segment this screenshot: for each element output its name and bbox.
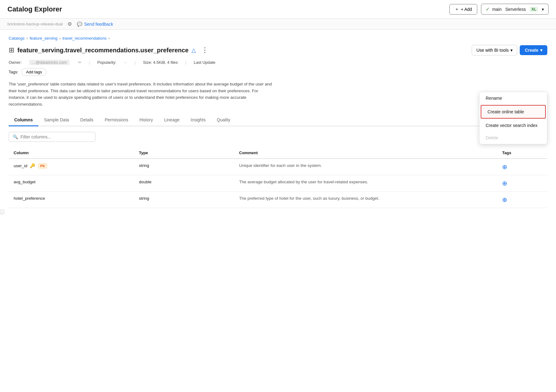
cell-type-hotel-preference: string — [134, 192, 234, 208]
create-button[interactable]: Create ▾ — [520, 45, 547, 55]
cluster-size-badge: XL — [530, 7, 538, 12]
bi-tools-label: Use with BI tools — [476, 48, 509, 53]
chevron-down-icon: ▾ — [510, 48, 513, 53]
add-button[interactable]: ＋ + Add — [449, 4, 477, 15]
cell-column-hotel-preference: hotel_preference — [9, 192, 134, 208]
metadata-row: Owner: …@databricks.com ✏ | Popularity: … — [9, 60, 547, 65]
tab-columns[interactable]: Columns — [9, 114, 38, 126]
tab-insights[interactable]: Insights — [185, 114, 211, 126]
table-header-row: ⊞ feature_serving.travel_recommendations… — [9, 45, 547, 55]
breadcrumb: Catalogs › feature_serving › travel_reco… — [9, 36, 547, 41]
pk-badge: PK — [38, 163, 47, 168]
dropdown-item-create-online-table[interactable]: Create online table — [481, 105, 546, 119]
dropdown-item-delete: Delete — [479, 132, 547, 144]
cell-comment-avg-budget: The average budget allocated by the user… — [234, 175, 497, 192]
dropdown-item-rename[interactable]: Rename — [479, 92, 547, 104]
delta-icon: △ — [192, 47, 196, 54]
table-name: feature_serving.travel_recommendations.u… — [17, 47, 188, 54]
breadcrumb-sep-1: › — [26, 36, 28, 41]
cell-tags-avg-budget: ⊕ — [497, 175, 547, 192]
table-title-row: ⊞ feature_serving.travel_recommendations… — [9, 46, 211, 55]
owner-label: Owner: — [9, 60, 22, 65]
plus-icon: ＋ — [455, 7, 459, 12]
columns-table: Column Type Comment Tags user_id 🔑 PK st… — [9, 147, 547, 208]
popularity-value: ··· — [124, 60, 127, 65]
table-grid-icon: ⊞ — [9, 46, 14, 54]
header-actions: Use with BI tools ▾ Create ▾ — [472, 45, 547, 55]
breadcrumb-travel-recommendations[interactable]: travel_recommendations — [63, 36, 107, 41]
add-tag-icon-user-id[interactable]: ⊕ — [502, 163, 507, 170]
gear-icon[interactable]: ⚙ — [68, 21, 72, 27]
cluster-check-icon: ✓ — [486, 6, 490, 12]
cell-column-avg-budget: avg_budget — [9, 175, 134, 192]
size-info: Size: 4.5KiB, 4 files — [143, 60, 178, 65]
cell-column-user-id: user_id 🔑 PK — [9, 159, 134, 175]
breadcrumb-feature-serving[interactable]: feature_serving — [30, 36, 58, 41]
cluster-selector[interactable]: ✓ main Serverless XL ▾ — [481, 4, 549, 15]
cell-comment-user-id: Unique identifier for each user in the s… — [234, 159, 497, 175]
header-right: ＋ + Add ✓ main Serverless XL ▾ — [449, 4, 549, 15]
column-name-user-id: user_id — [14, 163, 27, 168]
main-content: Catalogs › feature_serving › travel_reco… — [0, 30, 556, 214]
owner-value: …@databricks.com — [29, 60, 69, 65]
popularity-label: Popularity: — [97, 60, 116, 65]
breadcrumb-sep-3: › — [108, 36, 110, 41]
dropdown-item-create-vector-search[interactable]: Create vector search index — [479, 119, 547, 132]
columns-table-body: user_id 🔑 PK string Unique identifier fo… — [9, 159, 547, 208]
sub-header: brickstore-backup-release-dual ⚙ 💬 Send … — [0, 19, 556, 30]
tab-quality[interactable]: Quality — [211, 114, 236, 126]
breadcrumb-catalogs[interactable]: Catalogs — [9, 36, 24, 41]
table-row: user_id 🔑 PK string Unique identifier fo… — [9, 159, 547, 175]
cell-tags-hotel-preference: ⊕ — [497, 192, 547, 208]
tab-details[interactable]: Details — [75, 114, 99, 126]
filter-columns-input[interactable] — [20, 134, 91, 139]
cell-type-avg-budget: double — [134, 175, 234, 192]
column-header-tags: Tags — [497, 147, 547, 159]
cell-tags-user-id: ⊕ — [497, 159, 547, 175]
tabs-row: Columns Sample Data Details Permissions … — [9, 114, 547, 126]
tab-permissions[interactable]: Permissions — [99, 114, 134, 126]
column-header-comment: Comment — [234, 147, 497, 159]
table-row: avg_budget double The average budget all… — [9, 175, 547, 192]
table-row: hotel_preference string The preferred ty… — [9, 192, 547, 208]
key-icon: 🔑 — [30, 163, 35, 168]
dropdown-menu: Rename Create online table Create vector… — [479, 92, 547, 144]
collapse-handle[interactable]: › — [0, 209, 4, 214]
filter-row: 🔍 ⊞ See ERD — [9, 132, 547, 142]
add-tag-icon-avg-budget[interactable]: ⊕ — [502, 180, 507, 187]
cell-type-user-id: string — [134, 159, 234, 175]
more-options-button[interactable]: ⋮ — [199, 46, 211, 55]
tab-sample-data[interactable]: Sample Data — [38, 114, 75, 126]
app-title: Catalog Explorer — [7, 5, 62, 13]
tags-label: Tags: — [9, 70, 18, 74]
chevron-down-icon-create: ▾ — [540, 48, 542, 53]
app-header: Catalog Explorer ＋ + Add ✓ main Serverle… — [0, 0, 556, 19]
table-header: Column Type Comment Tags — [9, 147, 547, 159]
add-tag-icon-hotel-preference[interactable]: ⊕ — [502, 196, 507, 203]
create-label: Create — [525, 48, 538, 53]
cell-comment-hotel-preference: The preferred type of hotel for the user… — [234, 192, 497, 208]
dropdown-menu-overlay: Rename Create online table Create vector… — [479, 92, 547, 144]
column-header-column: Column — [9, 147, 134, 159]
metadata-sep2: | — [135, 60, 135, 65]
column-header-type: Type — [134, 147, 234, 159]
tab-history[interactable]: History — [134, 114, 159, 126]
metadata-sep: | — [89, 60, 90, 65]
last-update-label: Last Update — [194, 60, 215, 65]
workspace-name: brickstore-backup-release-dual — [7, 22, 63, 26]
chevron-down-icon: ▾ — [542, 7, 544, 12]
metadata-sep3: | — [185, 60, 186, 65]
filter-input-wrap: 🔍 — [9, 132, 95, 142]
breadcrumb-sep-2: › — [59, 36, 60, 41]
tags-row: Tags: Add tags — [9, 68, 547, 76]
tab-lineage[interactable]: Lineage — [158, 114, 185, 126]
edit-icon[interactable]: ✏ — [78, 60, 82, 65]
table-description: The 'user_preference' table contains dat… — [9, 81, 275, 107]
send-feedback-button[interactable]: 💬 Send feedback — [77, 22, 113, 27]
feedback-icon: 💬 — [77, 22, 82, 27]
bi-tools-button[interactable]: Use with BI tools ▾ — [472, 45, 517, 55]
search-icon: 🔍 — [13, 134, 18, 139]
add-tags-button[interactable]: Add tags — [21, 68, 46, 76]
